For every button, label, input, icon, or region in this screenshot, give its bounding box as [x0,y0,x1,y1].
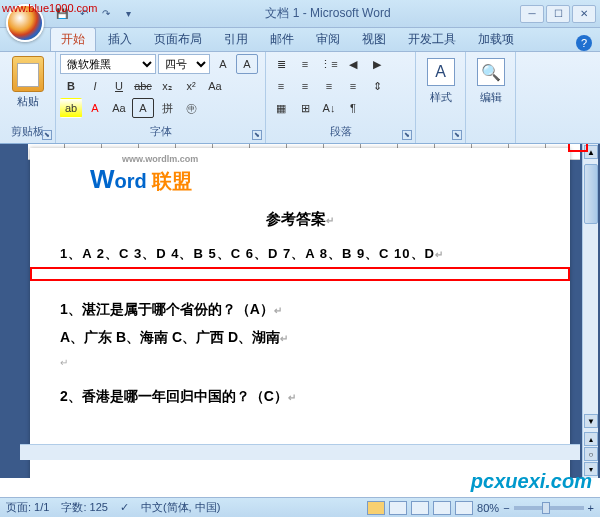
group-font: 微软雅黑 四号 A A B I U abc x₂ x² Aa ab A Aa A… [56,52,266,143]
tab-mailings[interactable]: 邮件 [260,28,304,51]
increase-indent-button[interactable]: ▶ [366,54,388,74]
zoom-thumb[interactable] [542,502,550,514]
sort-button[interactable]: A↓ [318,98,340,118]
tab-home[interactable]: 开始 [50,27,96,51]
ribbon: 粘贴 剪贴板 ⬊ 微软雅黑 四号 A A B I U abc x₂ x² Aa … [0,52,600,144]
bold-button[interactable]: B [60,76,82,96]
question-2: 2、香港是哪一年回归中国的？（C）↵ [60,388,540,406]
view-draft[interactable] [455,501,473,515]
multilevel-button[interactable]: ⋮≡ [318,54,340,74]
align-right-button[interactable]: ≡ [318,76,340,96]
shading-button[interactable]: ▦ [270,98,292,118]
zoom-level[interactable]: 80% [477,502,499,514]
window-title: 文档 1 - Microsoft Word [136,5,520,22]
font-family-select[interactable]: 微软雅黑 [60,54,156,74]
tab-view[interactable]: 视图 [352,28,396,51]
char-shading-button[interactable]: Aa [108,98,130,118]
watermark-logo: www.wordlm.com Word 联盟 [90,156,198,195]
bullets-button[interactable]: ≣ [270,54,292,74]
paragraph-launcher[interactable]: ⬊ [402,130,412,140]
answers-line: 1、A 2、C 3、D 4、B 5、C 6、D 7、A 8、B 9、C 10、D… [60,245,540,263]
grow-font-icon[interactable]: A [212,54,234,74]
zoom-slider[interactable] [514,506,584,510]
editing-button[interactable]: 🔍 编辑 [470,54,511,109]
redo-icon[interactable]: ↷ [98,6,114,22]
change-case-icon[interactable]: A [236,54,258,74]
tab-references[interactable]: 引用 [214,28,258,51]
scroll-down-icon[interactable]: ▼ [584,414,598,428]
view-print-layout[interactable] [367,501,385,515]
styles-launcher[interactable]: ⬊ [452,130,462,140]
view-full-screen[interactable] [389,501,407,515]
clipboard-launcher[interactable]: ⬊ [42,130,52,140]
zoom-in-button[interactable]: + [588,502,594,514]
watermark-bottom: pcxuexi.com [471,470,592,493]
tab-developer[interactable]: 开发工具 [398,28,466,51]
show-marks-button[interactable]: ¶ [342,98,364,118]
status-page[interactable]: 页面: 1/1 [6,500,49,515]
group-styles: A 样式 ⬊ [416,52,466,143]
vertical-scrollbar[interactable]: ▲ ▼ ▴ ○ ▾ [582,144,598,478]
borders-button[interactable]: ⊞ [294,98,316,118]
underline-button[interactable]: U [108,76,130,96]
prev-page-icon[interactable]: ▴ [584,432,598,446]
question-1-options: A、广东 B、海南 C、广西 D、湖南↵ [60,329,540,347]
browse-object-icon[interactable]: ○ [584,447,598,461]
statusbar: 页面: 1/1 字数: 125 ✓ 中文(简体, 中国) 80% − + [0,497,600,517]
status-words[interactable]: 字数: 125 [61,500,107,515]
group-label-font: 字体 [60,122,261,141]
empty-para: ↵ [60,357,540,368]
phonetic-button[interactable]: 拼 [156,98,178,118]
paste-icon [12,56,44,92]
justify-button[interactable]: ≡ [342,76,364,96]
tab-addins[interactable]: 加载项 [468,28,524,51]
document-page[interactable]: www.wordlm.com Word 联盟 参考答案↵ 1、A 2、C 3、D… [30,148,570,478]
close-button[interactable]: ✕ [572,5,596,23]
ribbon-tabs: 开始 插入 页面布局 引用 邮件 审阅 视图 开发工具 加载项 ? [0,28,600,52]
group-clipboard: 粘贴 剪贴板 ⬊ [0,52,56,143]
annotation-box [30,267,570,281]
status-language[interactable]: 中文(简体, 中国) [141,500,220,515]
maximize-button[interactable]: ☐ [546,5,570,23]
char-border-button[interactable]: A [132,98,154,118]
superscript-button[interactable]: x² [180,76,202,96]
tab-review[interactable]: 审阅 [306,28,350,51]
highlight-button[interactable]: ab [60,98,82,118]
view-outline[interactable] [433,501,451,515]
find-icon: 🔍 [477,58,505,86]
minimize-button[interactable]: ─ [520,5,544,23]
horizontal-scrollbar[interactable] [20,444,580,460]
clear-format-button[interactable]: Aa [204,76,226,96]
align-center-button[interactable]: ≡ [294,76,316,96]
view-web-layout[interactable] [411,501,429,515]
font-color-button[interactable]: A [84,98,106,118]
group-editing: 🔍 编辑 [466,52,516,143]
qat-dropdown-icon[interactable]: ▾ [120,6,136,22]
line-spacing-button[interactable]: ⇕ [366,76,388,96]
strikethrough-button[interactable]: abc [132,76,154,96]
status-spellcheck-icon[interactable]: ✓ [120,501,129,514]
doc-heading: 参考答案↵ [60,210,540,229]
annotation-circle [568,144,588,152]
watermark-top: www.blue1000.com [2,2,97,14]
styles-icon: A [427,58,455,86]
scroll-thumb[interactable] [584,164,598,224]
numbering-button[interactable]: ≡ [294,54,316,74]
subscript-button[interactable]: x₂ [156,76,178,96]
styles-button[interactable]: A 样式 [420,54,461,109]
italic-button[interactable]: I [84,76,106,96]
tab-insert[interactable]: 插入 [98,28,142,51]
document-area: www.wordlm.com Word 联盟 参考答案↵ 1、A 2、C 3、D… [0,144,600,478]
align-left-button[interactable]: ≡ [270,76,292,96]
help-icon[interactable]: ? [576,35,592,51]
zoom-out-button[interactable]: − [503,502,509,514]
decrease-indent-button[interactable]: ◀ [342,54,364,74]
enclose-button[interactable]: ㊥ [180,98,202,118]
tab-page-layout[interactable]: 页面布局 [144,28,212,51]
paste-button[interactable]: 粘贴 [4,54,51,111]
group-label-paragraph: 段落 [270,122,411,141]
group-paragraph: ≣ ≡ ⋮≡ ◀ ▶ ≡ ≡ ≡ ≡ ⇕ ▦ ⊞ A↓ ¶ 段落 ⬊ [266,52,416,143]
font-launcher[interactable]: ⬊ [252,130,262,140]
font-size-select[interactable]: 四号 [158,54,210,74]
question-1: 1、湛江是属于哪个省份的？（A）↵ [60,301,540,319]
